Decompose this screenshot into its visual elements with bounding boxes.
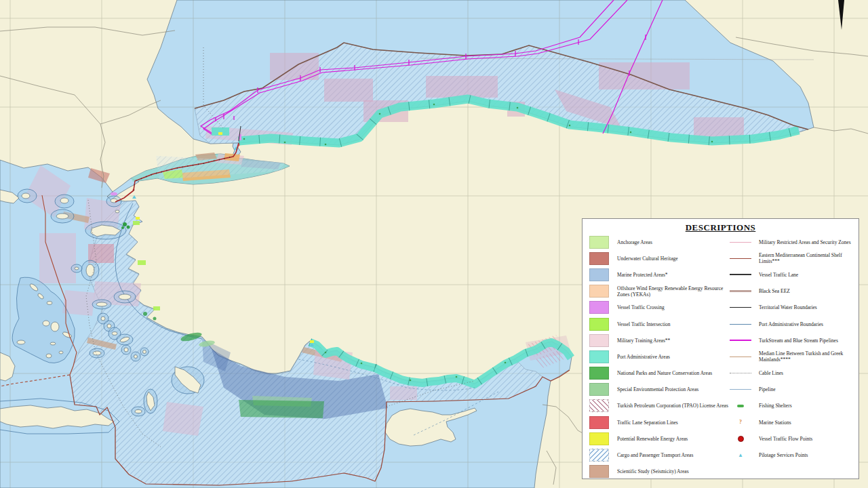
legend-item: Offshore Wind Energy Renewable Energy Re… (589, 283, 728, 300)
legend-swatch (589, 236, 609, 249)
legend-swatch (589, 252, 609, 265)
legend-item: Traffic Lane Separation Lines (589, 414, 728, 430)
legend-item-label: Pipeline (759, 386, 776, 392)
legend-swatch (589, 432, 609, 445)
map-canvas: DESCRIPTIONS Anchorage AreasUnderwater C… (0, 0, 868, 488)
legend-item-label: Cargo and Passenger Transport Areas (617, 452, 693, 458)
legend-item-label: Territorial Water Boundaries (759, 304, 817, 310)
legend-item: Potential Renewable Energy Areas (589, 430, 728, 447)
legend-item: Pipeline (729, 382, 858, 398)
legend-item: Cargo and Passenger Transport Areas (589, 447, 728, 463)
legend-item: Marine Protected Areas* (589, 266, 728, 283)
legend-item: Vessel Traffic Lane (729, 266, 858, 283)
legend-swatch (589, 334, 609, 347)
legend-item-label: Marine Stations (759, 420, 791, 426)
legend-symbol-text-icon: ? (729, 420, 752, 425)
legend-item: Underwater Cultural Heritage (589, 250, 728, 266)
legend-item-label: Port Administrative Areas (617, 354, 670, 360)
legend-swatch (589, 285, 609, 298)
legend-item: Eastern Mediterranean Continental Shelf … (729, 250, 858, 266)
legend-item: Special Environmental Protection Areas (589, 382, 728, 398)
legend-item: National Parks and Nature Conservation A… (589, 365, 728, 382)
legend-item-label: Black Sea EEZ (759, 288, 790, 294)
legend-item-label: Pilotage Services Points (759, 452, 808, 458)
legend-symbol-line-icon (729, 340, 752, 341)
legend-item: Scientific Study (Seismicity) Areas (589, 464, 728, 480)
legend-item: Port Administrative Areas (589, 348, 728, 365)
legend-swatch (589, 416, 609, 429)
legend-item: Turkish Petroleum Corporation (TPAO) Lic… (589, 398, 728, 414)
legend-area-items: Anchorage AreasUnderwater Cultural Herit… (589, 234, 728, 480)
legend-swatch (589, 268, 609, 281)
legend-swatch (589, 449, 609, 462)
legend-item: Median Line Between Turkish and Greek Ma… (729, 348, 858, 365)
legend-item-label: Fishing Shelters (759, 403, 792, 409)
legend-item-label: Marine Protected Areas* (617, 272, 668, 278)
legend-item: ?Marine Stations (729, 414, 858, 430)
legend-item-label: Port Administrative Boundaries (759, 321, 823, 327)
legend-item-label: Turkish Petroleum Corporation (TPAO) Lic… (617, 403, 728, 409)
legend-item-label: Scientific Study (Seismicity) Areas (617, 468, 689, 474)
legend-symbol-line-icon (729, 242, 752, 243)
legend-item: Military Restricted Areas and Security Z… (729, 234, 858, 250)
legend-item: Port Administrative Boundaries (729, 316, 858, 332)
legend-item-label: Potential Renewable Energy Areas (617, 436, 688, 442)
legend-item-label: Vessel Traffic Intersection (617, 321, 671, 327)
legend-item-label: Vessel Traffic Lane (759, 272, 798, 278)
legend-swatch (589, 383, 609, 396)
legend-symbol-line-icon (729, 324, 752, 325)
legend-symbol-line-icon (729, 274, 752, 275)
legend-swatch (589, 318, 609, 331)
legend-item: Vessel Traffic Crossing (589, 300, 728, 316)
legend-item: Cable Lines (729, 365, 858, 382)
legend-symbol-line-icon (729, 258, 752, 259)
legend-symbol-dotted-icon (729, 373, 752, 373)
legend-item: Fishing Shelters (729, 398, 858, 414)
legend-swatch (589, 465, 609, 478)
national-park-area (239, 400, 324, 418)
legend-item-label: National Parks and Nature Conservation A… (617, 370, 712, 376)
legend-symbol-dot-icon (729, 436, 752, 442)
legend-title: DESCRIPTIONS (583, 222, 859, 233)
legend-symbol-pill-icon (729, 405, 752, 407)
legend-swatch (589, 301, 609, 314)
legend-item: Vessel Traffic Intersection (589, 316, 728, 332)
legend-item-label: Military Training Areas** (617, 338, 670, 344)
legend-item: ▲Pilotage Services Points (729, 447, 858, 463)
legend-swatch (589, 399, 609, 412)
legend-item-label: Military Restricted Areas and Security Z… (759, 239, 851, 245)
legend-item: Territorial Water Boundaries (729, 300, 858, 316)
legend-item-label: Special Environmental Protection Areas (617, 386, 698, 392)
legend-item: Vessel Traffic Flow Points (729, 430, 858, 447)
legend-symbol-line-icon (729, 389, 752, 390)
legend-item: Black Sea EEZ (729, 283, 858, 300)
legend-item-label: Cable Lines (759, 370, 783, 376)
legend-symbol-tri-icon: ▲ (729, 453, 752, 458)
legend-symbol-line-icon (729, 290, 752, 292)
legend-item-label: TurkStream and Blue Stream Pipelines (759, 338, 838, 344)
legend-symbol-line-icon (729, 357, 752, 357)
legend-swatch (589, 367, 609, 380)
legend-item: Military Training Areas** (589, 332, 728, 348)
legend-item-label: Vessel Traffic Crossing (617, 304, 665, 310)
legend-item-label: Underwater Cultural Heritage (617, 256, 678, 262)
legend-symbol-line-icon (729, 307, 752, 308)
legend-item-label: Offshore Wind Energy Renewable Energy Re… (617, 285, 728, 298)
legend-item-label: Traffic Lane Separation Lines (617, 420, 678, 426)
legend-swatch (589, 350, 609, 363)
legend-item-label: Anchorage Areas (617, 239, 652, 245)
legend-item: TurkStream and Blue Stream Pipelines (729, 332, 858, 348)
legend-symbol-items: Military Restricted Areas and Security Z… (729, 234, 858, 464)
legend-item-label: Median Line Between Turkish and Greek Ma… (759, 350, 858, 363)
legend-item-label: Eastern Mediterranean Continental Shelf … (759, 252, 858, 264)
legend-item-label: Vessel Traffic Flow Points (759, 436, 812, 442)
legend-panel: DESCRIPTIONS Anchorage AreasUnderwater C… (582, 218, 859, 479)
legend-item: Anchorage Areas (589, 234, 728, 250)
